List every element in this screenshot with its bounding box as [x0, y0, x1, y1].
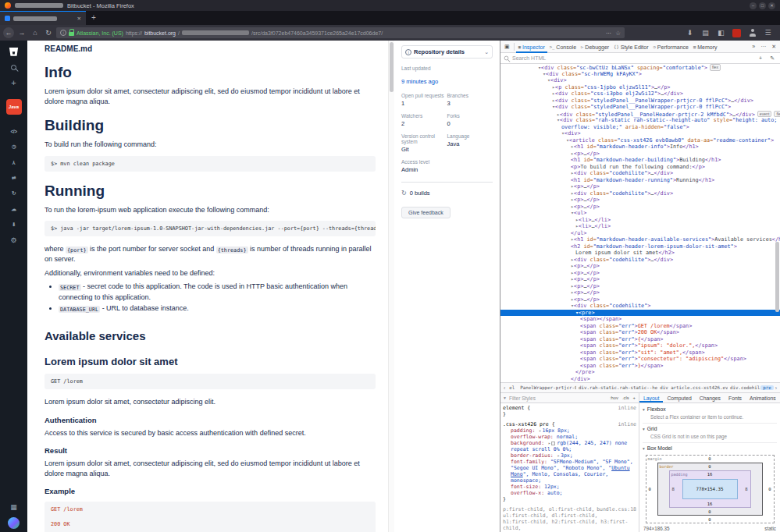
sidebar-tab[interactable]: Layout — [639, 393, 663, 403]
devtools-tab[interactable]: ▥Memory — [691, 41, 720, 53]
tree-line[interactable]: </div> — [500, 376, 780, 383]
tree-line[interactable]: ▸<p>…</p> — [500, 197, 780, 204]
tree-line[interactable]: <h1 id="markdown-header-building">Buildi… — [500, 157, 780, 164]
devtools-close-icon[interactable]: ✕ — [769, 44, 778, 50]
tree-line[interactable]: <span class="err">}</span> — [500, 363, 780, 370]
sidebar-tab[interactable]: Changes — [696, 393, 725, 403]
devtools-tab[interactable]: ▣Inspector — [516, 41, 547, 53]
padding:[interactable]: padding: ▸16px 8px; — [503, 427, 636, 434]
account-icon[interactable] — [748, 29, 757, 37]
tree-line[interactable]: ▾<div class="sc-hrWEMg kFAyKX"> — [500, 71, 780, 78]
reload-icon[interactable]: ↻ — [43, 27, 54, 38]
tree-line[interactable]: ▾<ul> — [500, 210, 780, 217]
breadcrumb-item[interactable]: el__PanelWrapper-prtjcr-0.kMfbdC — [507, 385, 576, 390]
css-rule-element[interactable]: element {inline } — [503, 405, 636, 417]
devtools-tab[interactable]: ◷Performance — [651, 41, 691, 53]
filter-styles-input[interactable]: Filter Styles — [509, 395, 607, 401]
browser-tab[interactable]: ✕ — [0, 11, 86, 25]
home-icon[interactable]: ⌂ — [30, 27, 41, 38]
tree-line[interactable]: ▸<div class="codehilite">…</div> — [500, 257, 780, 264]
tree-line[interactable]: ▸<li>…</li> — [500, 223, 780, 230]
tree-line[interactable]: overflow: visible;" aria-hidden="false"> — [500, 124, 780, 131]
css-rule-inherited[interactable]: p:first-child, ol:first-child,bundle.css… — [503, 506, 636, 532]
grid-section-header[interactable]: ▾Grid — [643, 423, 777, 433]
devtools-menu-icon[interactable]: ⋯ — [758, 44, 768, 50]
back-button[interactable]: ← — [3, 27, 14, 38]
add-node-icon[interactable]: + — [757, 55, 764, 61]
tree-line[interactable]: <h2 id="markdown-header-lorem-ipsum-dolo… — [500, 243, 780, 250]
tree-line[interactable]: ▸<p>…</p> — [500, 204, 780, 211]
chevron-down-icon[interactable]: ⌄ — [484, 49, 489, 55]
tree-line[interactable]: ▾<div class="rah-static rah-static--heig… — [500, 117, 780, 124]
url-bar[interactable]: i Atlassian, Inc. (US) https:// bitbucke… — [56, 27, 625, 38]
tree-line[interactable]: ▸<p>…</p> — [500, 296, 780, 303]
rule-source-link[interactable]: inline — [618, 421, 636, 427]
window-control-button[interactable]: ✕ — [768, 2, 775, 9]
new-tab-button[interactable]: + — [86, 11, 102, 25]
tree-line[interactable]: ▾<article class="css-xst426 evb0awb0" da… — [500, 137, 780, 144]
boxmodel-section-header[interactable]: ▾Box Model — [643, 442, 777, 452]
tree-line[interactable]: ▾<div> — [500, 77, 780, 84]
tree-line[interactable]: ▸<p>…</p> — [500, 151, 780, 158]
devtools-tab[interactable]: {}Style Editor — [611, 41, 650, 53]
library-icon[interactable]: ▤ — [701, 29, 710, 37]
tree-line[interactable]: ▸<div class="codehilite">…</div> — [500, 190, 780, 197]
overflow-wrap:[interactable]: overflow-wrap: ▸normal; — [503, 434, 636, 440]
bookmark-star-icon[interactable]: ☆ — [615, 30, 621, 37]
page-actions-icon[interactable]: ⋯ — [606, 30, 612, 37]
breadcrumb-scroll-right[interactable]: › — [774, 385, 778, 391]
branches-icon[interactable]: Y — [8, 157, 20, 168]
forward-button[interactable]: → — [16, 27, 27, 38]
tree-line[interactable]: ▸<div class="codehilite">…</div> — [500, 170, 780, 177]
tree-line[interactable]: <span class="err">200 OK</span> — [500, 329, 780, 336]
css-property-font-family[interactable]: font-family: "SFMono-Medium", "SF Mono",… — [503, 459, 636, 484]
breadcrumb-item[interactable]: div — [657, 385, 668, 390]
markup-badge[interactable]: flex — [774, 111, 780, 118]
tree-line[interactable]: <span class="err">GET /lorem</span> — [500, 323, 780, 330]
tree-line[interactable]: ▸<p>…</p> — [500, 270, 780, 277]
site-identity[interactable]: Atlassian, Inc. (US) — [77, 30, 123, 36]
tree-line[interactable]: ▾<div class="sc-bwCtUz bLaNSx" spacing="… — [500, 64, 780, 71]
tree-line[interactable]: <span class="err">{</span> — [500, 336, 780, 343]
downloads-icon[interactable]: ⬇ — [8, 219, 20, 230]
tree-line[interactable]: Lorem ipsum dolor sit amet</h2> — [500, 250, 780, 257]
tree-line[interactable]: ▸<div class="css-i3pbo elj2w5i12">…</div… — [500, 90, 780, 98]
box-model-diagram[interactable]: margin 0 0 0 0 border 0 0 padding — [646, 455, 775, 523]
tree-line[interactable]: ▸<p>…</p> — [500, 289, 780, 296]
download-icon[interactable]: ⬇ — [686, 29, 694, 37]
settings-gear-icon[interactable]: ⚙ — [8, 235, 20, 246]
tree-line[interactable]: ▸<p>…</p> — [500, 183, 780, 190]
builds-row[interactable]: ↻ 0 builds — [401, 190, 493, 197]
user-avatar[interactable] — [8, 517, 20, 529]
border-radius:[interactable]: border-radius: ▸3px; — [503, 452, 636, 459]
rule-source-link[interactable]: bundle.css:18 — [597, 506, 636, 512]
tree-line[interactable]: <span class="err">"consectetur": "adipis… — [500, 356, 780, 363]
sidebar-tab[interactable]: Fonts — [725, 393, 746, 403]
tree-line[interactable]: <span class="err">"sit": "amet",</span> — [500, 349, 780, 356]
overflow-x:[interactable]: overflow-x: auto; — [503, 490, 636, 496]
more-tabs-icon[interactable]: » — [750, 44, 757, 49]
css-rule-pre[interactable]: .css-xst426 pre {inline padding: ▸16px 8… — [503, 421, 636, 502]
tree-line[interactable]: ▾<div> — [500, 130, 780, 137]
sidebar-tab[interactable]: Computed — [663, 393, 695, 403]
last-updated-link[interactable]: 9 minutes ago — [401, 78, 438, 85]
source-icon[interactable]: </> — [8, 126, 20, 137]
devtools-scrollbar-thumb[interactable] — [775, 242, 779, 312]
pull-requests-icon[interactable]: ⇄ — [8, 172, 20, 183]
tree-line[interactable]: </ul> — [500, 230, 780, 237]
sidebar-tab[interactable]: Animations — [746, 393, 780, 403]
add-icon[interactable]: + — [8, 77, 20, 88]
search-html-input[interactable]: Search HTML — [512, 55, 753, 61]
tree-line[interactable]: ▸<p>…</p> — [500, 283, 780, 290]
breadcrumb-item[interactable]: div.codehilite — [728, 385, 760, 390]
adblock-icon[interactable] — [732, 29, 741, 37]
apps-grid-icon[interactable]: ▦ — [8, 502, 20, 512]
page-info-icon[interactable]: i — [60, 30, 66, 36]
tree-line[interactable]: ▸<h1 id="markdown-header-info">Info</h1> — [500, 144, 780, 151]
tree-line[interactable]: ▸<p>…</p> — [500, 263, 780, 270]
markup-badge[interactable]: event — [757, 111, 772, 118]
devtools-tab[interactable]: ▷Debugger — [579, 41, 611, 53]
tree-line[interactable]: ▸<div class="styledPanel__PanelWrapper-p… — [500, 98, 780, 105]
class-toggle-button[interactable]: .cls — [622, 395, 630, 400]
breadcrumb-item[interactable]: div.rah-static.rah-static--height-auto — [576, 385, 657, 390]
